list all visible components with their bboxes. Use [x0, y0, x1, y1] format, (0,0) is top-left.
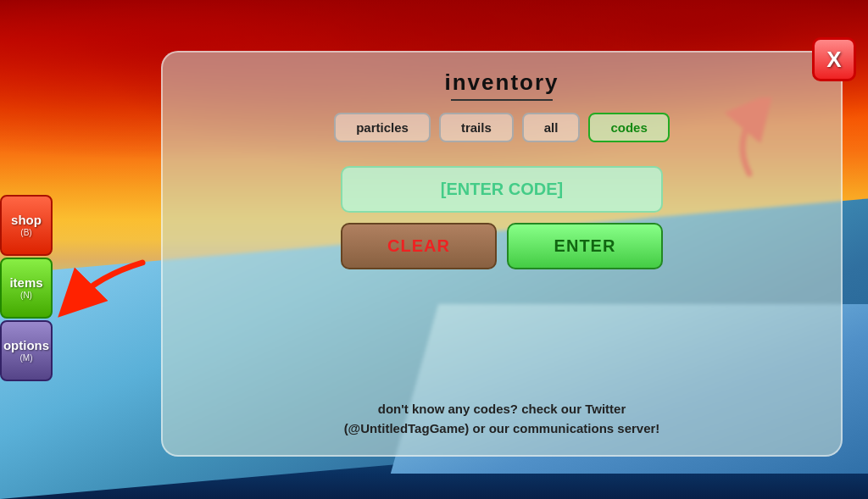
tab-all[interactable]: all [522, 113, 581, 142]
clear-label: CLEAR [387, 236, 450, 255]
title-underline [451, 99, 553, 101]
shop-key: (B) [20, 228, 31, 238]
action-row: CLEAR ENTER [341, 223, 663, 269]
code-input-area: CLEAR ENTER [341, 166, 663, 269]
items-button[interactable]: items (N) [0, 258, 53, 319]
items-key: (N) [20, 291, 32, 301]
options-label: options [3, 338, 49, 353]
shop-button[interactable]: shop (B) [0, 195, 53, 256]
tab-trails[interactable]: trails [439, 113, 514, 142]
enter-button[interactable]: ENTER [507, 223, 663, 269]
tab-row: particles trails all codes [334, 113, 670, 142]
hint-text: don't know any codes? check our Twitter(… [344, 400, 660, 438]
clear-button[interactable]: CLEAR [341, 223, 497, 269]
options-button[interactable]: options (M) [0, 320, 53, 381]
shop-label: shop [11, 213, 42, 228]
code-input[interactable] [341, 166, 663, 213]
sidebar: shop (B) items (N) options (M) [0, 195, 53, 381]
items-label: items [9, 275, 42, 291]
close-label: X [826, 47, 841, 73]
inventory-modal: X inventory particles trails all codes C… [161, 51, 843, 457]
close-button[interactable]: X [812, 37, 856, 81]
options-key: (M) [20, 353, 33, 363]
enter-label: ENTER [554, 236, 616, 255]
tab-codes[interactable]: codes [588, 113, 669, 142]
tab-particles[interactable]: particles [334, 113, 431, 142]
modal-title: inventory [444, 69, 559, 96]
